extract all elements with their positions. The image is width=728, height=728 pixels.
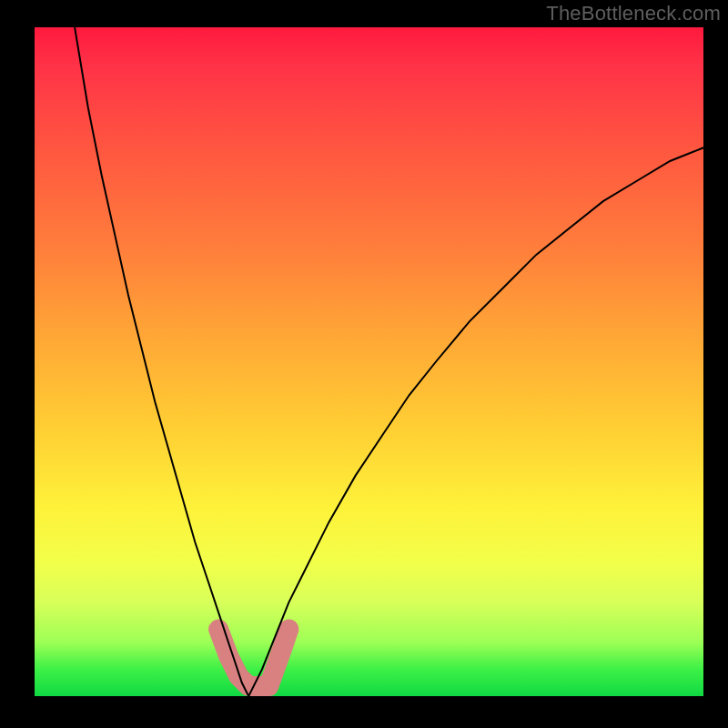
watermark-text: TheBottleneck.com [546,2,721,25]
plot-area [35,27,703,696]
chart-frame: TheBottleneck.com [0,0,728,728]
highlight-marker [218,630,288,687]
curve-right-branch [248,147,703,696]
curve-left-branch [75,27,248,696]
curve-layer [35,27,703,696]
